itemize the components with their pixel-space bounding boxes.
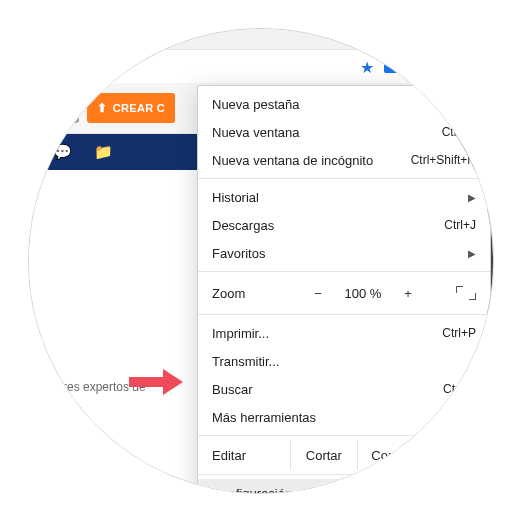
edit-copy[interactable]: Copiar (357, 440, 424, 470)
edit-paste[interactable]: Pegar (423, 440, 490, 470)
bookmark-star-icon[interactable]: ★ (360, 58, 374, 77)
menu-history[interactable]: Historial▶ (198, 183, 490, 211)
menu-divider (198, 178, 490, 179)
menu-divider (198, 474, 490, 475)
tab-preview-icon[interactable] (384, 61, 398, 73)
annotation-arrow (129, 369, 183, 395)
zoom-label: Zoom (212, 286, 297, 301)
chevron-right-icon: ▶ (468, 192, 476, 203)
menu-settings[interactable]: Configuración (198, 479, 490, 494)
upload-icon: ⬆ (97, 101, 107, 115)
zoom-value: 100 % (339, 286, 387, 301)
browser-toolbar: ★ A (29, 49, 493, 85)
chevron-right-icon: ▶ (468, 412, 476, 423)
chat-icon[interactable]: 💬 (53, 143, 72, 161)
menu-favorites[interactable]: Favoritos▶ (198, 239, 490, 267)
menu-cast[interactable]: Transmitir... (198, 347, 490, 375)
menu-divider (198, 435, 490, 436)
toolbar-separator (436, 58, 437, 76)
menu-divider (198, 314, 490, 315)
create-button[interactable]: ⬆CREAR C (87, 93, 176, 123)
register-button[interactable]: RSE (35, 93, 79, 123)
menu-incognito[interactable]: Nueva ventana de incógnitoCtrl+Shift+N (198, 146, 490, 174)
edit-label: Editar (198, 440, 290, 470)
zoom-out-button[interactable]: − (307, 286, 329, 301)
menu-downloads[interactable]: DescargasCtrl+J (198, 211, 490, 239)
menu-divider (198, 271, 490, 272)
tab-label-fragment: RTOS (37, 433, 72, 447)
zoom-in-button[interactable]: + (397, 286, 419, 301)
chevron-right-icon: ▶ (468, 248, 476, 259)
menu-find[interactable]: BuscarCtrl+F (198, 375, 490, 403)
profile-avatar[interactable]: A (451, 56, 473, 78)
menu-print[interactable]: Imprimir...Ctrl+P (198, 319, 490, 347)
menu-new-tab[interactable]: Nueva pestañaCtrl+T (198, 90, 490, 118)
edit-cut[interactable]: Cortar (290, 440, 357, 470)
menu-new-window[interactable]: Nueva ventanaCtrl+N (198, 118, 490, 146)
extension-icon[interactable] (408, 61, 422, 73)
menu-zoom: Zoom − 100 % + (198, 276, 490, 310)
menu-edit-row: Editar Cortar Copiar Pegar (198, 440, 490, 470)
fullscreen-icon[interactable] (456, 286, 476, 300)
folder-icon[interactable]: 📁 (94, 143, 113, 161)
browser-main-menu: Nueva pestañaCtrl+T Nueva ventanaCtrl+N … (197, 85, 491, 494)
menu-more-tools[interactable]: Más herramientas▶ (198, 403, 490, 431)
